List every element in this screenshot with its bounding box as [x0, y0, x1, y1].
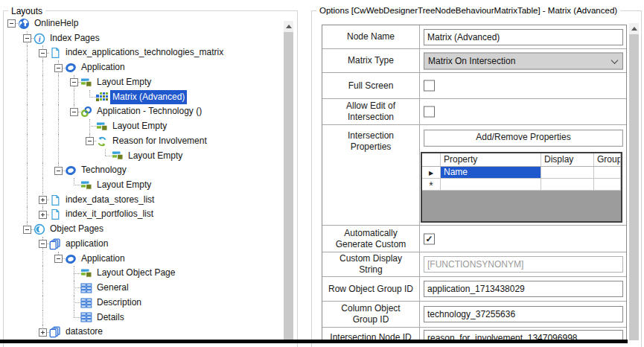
matrix-type-dropdown[interactable]: Matrix On Intersection: [424, 52, 623, 69]
scroll-up-button[interactable]: [284, 21, 293, 32]
tree-row-layout-empty[interactable]: Layout Empty: [4, 75, 283, 90]
option-row-row-object-group-id: Row Object Group ID: [322, 277, 626, 302]
full-screen-checkbox[interactable]: [424, 80, 435, 92]
full-screen-label: Full Screen: [322, 73, 420, 98]
collapse-icon[interactable]: [54, 255, 63, 263]
tree-row-application-technology[interactable]: Application - Technology (): [4, 104, 283, 119]
tree-row-layout-object-page[interactable]: Layout Object Page: [4, 266, 283, 281]
collapse-icon[interactable]: [54, 167, 63, 175]
tree-row-details[interactable]: Details: [4, 311, 283, 325]
tree-row-general[interactable]: General: [4, 281, 283, 296]
collapse-icon[interactable]: [70, 108, 78, 116]
layout-icon: [80, 179, 92, 191]
grid-column-header-group[interactable]: Group: [594, 153, 621, 166]
tree-row-reason-for-involvement[interactable]: Reason for Involvement: [4, 134, 283, 149]
tree-guide-line: [58, 90, 59, 105]
grid-new-row-indicator[interactable]: *: [422, 179, 441, 190]
tree-guide-line: [42, 104, 43, 119]
tree-guide-line: [42, 178, 43, 193]
tree-row-matrix-advanced[interactable]: Matrix (Advanced): [4, 90, 283, 105]
grid-current-row-indicator[interactable]: ▶: [422, 167, 441, 178]
scrollbar-thumb[interactable]: [629, 34, 639, 340]
tree-row-onlinehelp[interactable]: OnlineHelp: [4, 16, 283, 31]
tree-row-datastore[interactable]: datastore: [4, 325, 283, 340]
tree-row-object-pages[interactable]: Object Pages: [4, 222, 283, 237]
grid-column-header-property[interactable]: Property: [441, 153, 541, 166]
grid-cell[interactable]: [541, 167, 594, 178]
tree-row-index-applications-technologies-matrix[interactable]: index_applications_technologies_matrix: [4, 45, 283, 60]
tree-row-layout-empty[interactable]: Layout Empty: [4, 119, 283, 134]
grid-cell[interactable]: [594, 179, 621, 190]
grid-cell[interactable]: Name: [441, 167, 541, 178]
tree-connector-line: [74, 273, 80, 274]
tree-node-label: Application: [79, 252, 127, 267]
grid-cell[interactable]: [541, 179, 594, 190]
page-icon: [49, 194, 61, 206]
tree-guide-line: [27, 45, 28, 60]
layout-icon: [112, 150, 124, 162]
pages-icon: [49, 238, 61, 250]
table-icon: [80, 311, 92, 323]
expand-icon[interactable]: [39, 196, 47, 204]
tree-row-technology[interactable]: Technology: [4, 163, 283, 178]
layout-icon: [80, 77, 92, 89]
row-object-group-id-label: Row Object Group ID: [322, 277, 420, 301]
tree-row-application[interactable]: application: [4, 237, 283, 252]
tree-node-label: Description: [95, 296, 144, 311]
collapse-icon[interactable]: [54, 64, 63, 72]
allow-edit-of-intersection-value: [420, 99, 626, 124]
custom-display-string-input[interactable]: [424, 256, 623, 273]
tree-connector-line: [89, 97, 96, 98]
column-object-group-id-value: [420, 302, 626, 327]
automatically-generate-custom-checkbox[interactable]: ✓: [424, 233, 435, 244]
tree-row-application[interactable]: Application: [4, 60, 283, 75]
matrix-type-label: Matrix Type: [322, 49, 420, 72]
tree-node-label: Application - Technology (): [95, 104, 204, 119]
scrollbar-thumb[interactable]: [284, 32, 293, 340]
options-scrollbar: [629, 23, 639, 340]
tree-guide-line: [27, 149, 28, 164]
collapse-icon[interactable]: [39, 49, 47, 57]
tree-row-index-data-stores-list[interactable]: index_data_stores_list: [4, 193, 283, 208]
scroll-up-button[interactable]: [629, 23, 639, 34]
tree-node-label: Index Pages: [48, 31, 102, 46]
node-name-label: Node Name: [322, 25, 420, 48]
tree-node-label: Technology: [79, 163, 129, 178]
option-row-allow-edit-of-intersection: Allow Edit of Intersection: [322, 99, 626, 125]
tree-node-label: Layout Empty: [95, 178, 153, 193]
tree-row-layout-empty[interactable]: Layout Empty: [4, 149, 283, 164]
expand-icon[interactable]: [39, 328, 47, 337]
collapse-icon[interactable]: [23, 34, 31, 42]
grid-header-row: PropertyDisplayGroup: [422, 153, 621, 167]
grid-column-header-display[interactable]: Display: [541, 153, 594, 166]
node-name-input[interactable]: [424, 29, 623, 45]
collapse-icon[interactable]: [7, 19, 16, 28]
expand-icon[interactable]: [39, 211, 47, 219]
grid-header-selector: [422, 153, 441, 166]
row-object-group-id-input[interactable]: [424, 281, 623, 297]
column-object-group-id-input[interactable]: [424, 306, 623, 322]
tree-row-index-it-portfolios-list[interactable]: index_it_portfolios_list: [4, 207, 283, 222]
automatically-generate-custom-value: ✓: [420, 226, 626, 252]
tree-row-layout-empty[interactable]: Layout Empty: [4, 178, 283, 193]
tree-row-description[interactable]: Description: [4, 296, 283, 311]
tree-row-application[interactable]: Application: [4, 252, 283, 267]
automatically-generate-custom-label: Automatically Generate Custom: [322, 226, 420, 252]
collapse-icon[interactable]: [70, 78, 78, 86]
collapse-icon[interactable]: [86, 137, 94, 145]
tree-row-index-pages[interactable]: iIndex Pages: [4, 31, 283, 46]
collapse-icon[interactable]: [23, 226, 31, 234]
layouts-tree: OnlineHelpiIndex Pagesindex_applications…: [4, 16, 283, 341]
allow-edit-of-intersection-checkbox[interactable]: [424, 106, 435, 118]
tree-node-label: Layout Empty: [95, 75, 153, 90]
grid-cell[interactable]: [441, 179, 541, 190]
tree-connector-line: [74, 302, 80, 303]
tree-guide-line: [42, 311, 43, 325]
tree-guide-line: [42, 119, 43, 134]
tree-node-label: Reason for Involvement: [110, 134, 209, 149]
collapse-icon[interactable]: [39, 240, 47, 248]
grid-cell[interactable]: [594, 167, 621, 178]
pages-icon: [49, 326, 61, 338]
tree-guide-line: [42, 149, 43, 164]
add-remove-properties-button[interactable]: Add/Remove Properties: [424, 130, 623, 147]
